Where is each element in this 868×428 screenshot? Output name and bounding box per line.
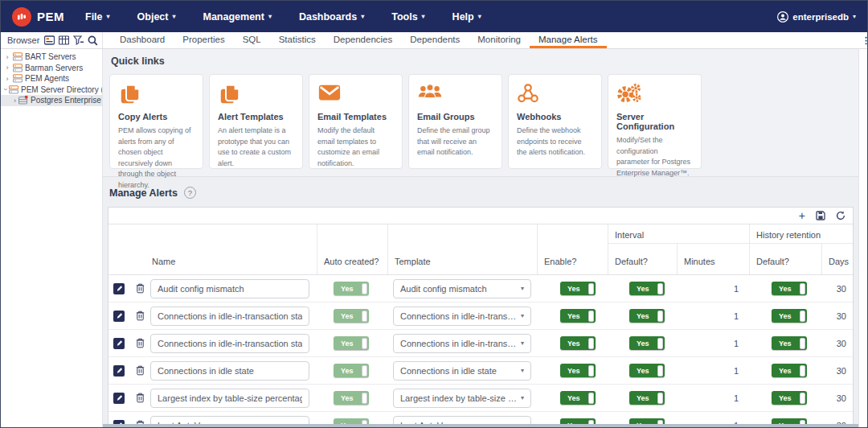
- tab-item[interactable]: Properties: [174, 32, 233, 48]
- menu-item[interactable]: Tools▾: [391, 11, 424, 23]
- delete-row-icon[interactable]: [136, 393, 145, 403]
- quick-link-card[interactable]: Email Templates Modify the default email…: [309, 74, 403, 169]
- tab-item[interactable]: Statistics: [270, 32, 325, 48]
- horizontal-scrollbar[interactable]: [103, 424, 858, 427]
- interval-default-toggle[interactable]: Yes: [629, 391, 665, 405]
- alert-name-input[interactable]: [150, 307, 309, 326]
- quick-link-title: Alert Templates: [218, 112, 294, 121]
- column-header-auto-created: Auto created?: [317, 224, 388, 274]
- tab-overflow-icon[interactable]: ⋮: [862, 32, 867, 48]
- history-default-toggle[interactable]: Yes: [772, 309, 807, 323]
- interval-default-toggle[interactable]: Yes: [629, 364, 665, 377]
- enable-toggle[interactable]: Yes: [560, 282, 596, 295]
- grid-view-icon[interactable]: [59, 35, 69, 45]
- template-select[interactable]: Connections in idle state▾: [393, 361, 531, 381]
- menu-item[interactable]: Help▾: [452, 11, 481, 23]
- copy-icon: [118, 82, 142, 106]
- delete-row-icon[interactable]: [136, 365, 145, 376]
- user-menu[interactable]: enterprisedb ▾: [777, 11, 856, 23]
- tab-item[interactable]: SQL: [234, 32, 270, 48]
- auto-created-cell: Yes: [317, 364, 388, 377]
- vertical-scrollbar-gutter[interactable]: [858, 49, 867, 427]
- alert-name-input[interactable]: [150, 279, 309, 298]
- tree-caret-icon[interactable]: ›: [4, 53, 10, 61]
- menu-item[interactable]: File▾: [85, 11, 110, 23]
- add-row-button[interactable]: +: [799, 210, 805, 221]
- menu-bar: File▾ Object▾ Management▾ Dashboards▾ To…: [85, 11, 481, 23]
- menu-item[interactable]: Dashboards▾: [299, 11, 364, 23]
- quick-links-title: Quick links: [111, 56, 852, 67]
- refresh-icon[interactable]: [836, 211, 845, 220]
- days-cell: 30: [822, 311, 853, 321]
- auto-created-toggle[interactable]: Yes: [334, 364, 369, 377]
- tab-item[interactable]: Dashboard: [111, 32, 174, 48]
- template-select[interactable]: Largest index by table-size percentage▾: [393, 389, 531, 408]
- edit-row-icon[interactable]: [113, 393, 125, 404]
- template-cell: Connections in idle-in-transaction state…: [388, 307, 538, 326]
- table-row: Yes Connections in idle-in-transaction s…: [108, 302, 853, 330]
- server-icon: [18, 96, 28, 105]
- quick-link-description: Modify the default email templates to cu…: [317, 126, 394, 169]
- menu-item[interactable]: Object▾: [137, 11, 176, 23]
- edit-row-icon[interactable]: [113, 311, 125, 322]
- help-icon[interactable]: ?: [184, 187, 196, 199]
- alert-name-input[interactable]: [150, 334, 309, 353]
- template-select[interactable]: Connections in idle-in-transaction state…: [393, 334, 531, 353]
- tree-caret-icon[interactable]: ›: [4, 64, 10, 72]
- edit-row-icon[interactable]: [113, 338, 125, 349]
- chevron-down-icon: ▾: [521, 312, 524, 319]
- quick-link-card[interactable]: Copy Alerts PEM allows copying of alerts…: [109, 74, 203, 169]
- tab-item[interactable]: Monitoring: [469, 32, 530, 48]
- history-default-toggle[interactable]: Yes: [772, 364, 807, 377]
- quick-link-card[interactable]: Alert Templates An alert template is a p…: [209, 74, 303, 169]
- quick-link-card[interactable]: Email Groups Define the email group that…: [408, 74, 502, 169]
- tree-item[interactable]: › PEM Server Directory (1): [1, 84, 102, 96]
- template-select[interactable]: Connections in idle-in-transaction state…: [393, 307, 531, 326]
- template-cell: Largest index by table-size percentage▾: [388, 389, 538, 408]
- auto-created-toggle[interactable]: Yes: [334, 309, 369, 323]
- auto-created-toggle[interactable]: Yes: [334, 282, 369, 295]
- auto-created-toggle[interactable]: Yes: [334, 391, 369, 405]
- table-toolbar: +: [108, 208, 853, 224]
- interval-default-toggle[interactable]: Yes: [629, 309, 665, 323]
- alert-name-input[interactable]: [150, 361, 309, 381]
- interval-default-toggle[interactable]: Yes: [629, 282, 665, 295]
- table-row: Yes Audit config mismatch▾ Yes Yes 1 Yes…: [108, 275, 853, 302]
- edit-row-icon[interactable]: [113, 283, 125, 294]
- filter-icon[interactable]: [73, 35, 84, 45]
- history-default-toggle[interactable]: Yes: [772, 336, 807, 350]
- template-select[interactable]: Audit config mismatch▾: [393, 279, 531, 298]
- menu-item[interactable]: Management▾: [203, 11, 272, 23]
- tree-item[interactable]: › Barman Servers: [1, 63, 102, 74]
- enable-toggle[interactable]: Yes: [560, 391, 596, 405]
- enable-toggle[interactable]: Yes: [560, 336, 596, 350]
- enable-toggle[interactable]: Yes: [560, 364, 596, 377]
- copy-icon: [218, 82, 242, 106]
- object-explorer-icon[interactable]: [44, 35, 55, 45]
- tab-item[interactable]: Manage Alerts: [530, 32, 607, 48]
- delete-row-icon[interactable]: [136, 338, 145, 348]
- tree-caret-icon[interactable]: ›: [2, 88, 10, 91]
- history-default-toggle[interactable]: Yes: [772, 282, 807, 295]
- quick-link-card[interactable]: Server Configuration Modify/Set the conf…: [608, 74, 702, 169]
- tree-caret-icon[interactable]: ›: [14, 97, 16, 105]
- pem-window: PEM File▾ Object▾ Management▾ Dashboards…: [0, 0, 868, 428]
- delete-row-icon[interactable]: [136, 283, 145, 294]
- tree-item[interactable]: › Postgres Enterprise Man: [1, 95, 102, 106]
- quick-link-card[interactable]: Webhooks Define the webhook endpoints to…: [508, 74, 602, 169]
- tab-item[interactable]: Dependencies: [325, 32, 402, 48]
- top-navbar: PEM File▾ Object▾ Management▾ Dashboards…: [1, 1, 867, 32]
- alert-name-input[interactable]: [150, 389, 309, 408]
- edit-row-icon[interactable]: [113, 365, 125, 377]
- tree-caret-icon[interactable]: ›: [4, 75, 10, 83]
- delete-row-icon[interactable]: [136, 311, 145, 321]
- tab-item[interactable]: Dependents: [401, 32, 469, 48]
- tree-item[interactable]: › PEM Agents: [1, 73, 102, 84]
- enable-toggle[interactable]: Yes: [560, 309, 596, 323]
- interval-default-toggle[interactable]: Yes: [629, 336, 665, 350]
- search-icon[interactable]: [88, 35, 98, 46]
- save-button[interactable]: [816, 211, 825, 220]
- history-default-toggle[interactable]: Yes: [772, 391, 807, 405]
- tree-item[interactable]: › BART Servers: [1, 51, 102, 63]
- auto-created-toggle[interactable]: Yes: [334, 336, 369, 350]
